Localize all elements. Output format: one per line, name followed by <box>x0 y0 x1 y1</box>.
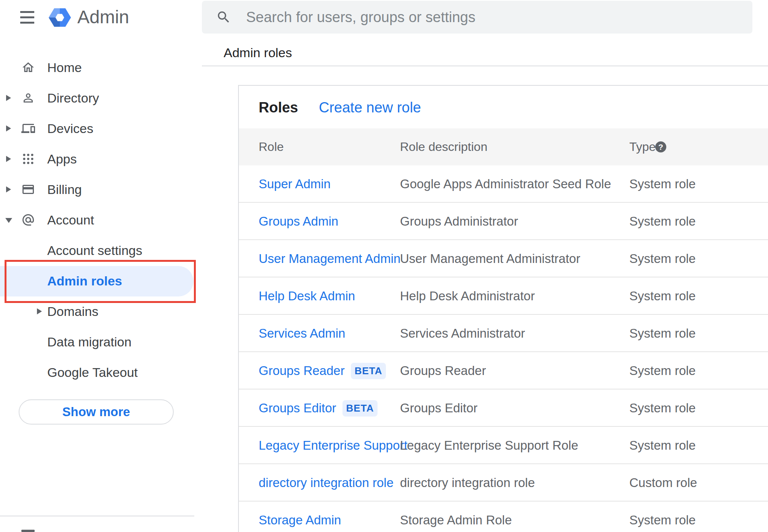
sidebar-item-label: Devices <box>47 113 93 144</box>
sidebar-item-home[interactable]: Home <box>0 52 202 83</box>
sidebar-item-google-takeout[interactable]: Google Takeout <box>0 357 202 388</box>
table-row: directory integration role directory int… <box>239 464 768 502</box>
expand-down-icon[interactable] <box>5 218 12 223</box>
sidebar-divider <box>0 516 194 516</box>
account-at-icon <box>21 213 35 227</box>
person-icon <box>21 91 35 105</box>
breadcrumb: Admin roles <box>224 44 292 61</box>
sidebar-item-label: Billing <box>47 174 82 205</box>
role-description: Storage Admin Role <box>400 502 512 532</box>
role-description: Groups Administrator <box>400 203 518 240</box>
admin-logo-icon <box>48 7 72 28</box>
billing-icon <box>21 183 35 196</box>
role-type: System role <box>629 502 696 532</box>
role-description: Groups Reader <box>400 352 486 389</box>
role-type: Custom role <box>629 464 697 502</box>
sidebar-item-devices[interactable]: Devices <box>0 113 202 144</box>
table-row: Help Desk Admin Help Desk Administrator … <box>239 277 768 315</box>
table-row: Groups Admin Groups Administrator System… <box>239 203 768 240</box>
sidebar-item-label: Apps <box>47 144 77 174</box>
create-new-role-link[interactable]: Create new role <box>319 98 421 117</box>
sidebar-item-label: Google Takeout <box>47 357 138 388</box>
roles-table: Super Admin Google Apps Administrator Se… <box>239 165 768 532</box>
help-icon[interactable]: ? <box>655 141 666 152</box>
expand-right-icon[interactable] <box>6 186 11 192</box>
role-description: Groups Editor <box>400 389 478 427</box>
search-bar[interactable] <box>202 1 752 34</box>
role-description: directory integration role <box>400 464 535 502</box>
menu-icon[interactable] <box>20 11 34 24</box>
table-row: Groups ReaderBETA Groups Reader System r… <box>239 352 768 389</box>
table-row: Super Admin Google Apps Administrator Se… <box>239 165 768 203</box>
sidebar-item-label: Account <box>47 205 94 235</box>
role-link[interactable]: Help Desk Admin <box>259 277 355 315</box>
roles-panel: Roles Create new role Role Role descript… <box>238 85 768 532</box>
sidebar-item-directory[interactable]: Directory <box>0 83 202 113</box>
table-header: Role Role description Type ? <box>239 128 768 165</box>
role-link[interactable]: Groups ReaderBETA <box>259 352 386 389</box>
beta-badge: BETA <box>351 363 386 379</box>
sidebar-item-data-migration[interactable]: Data migration <box>0 327 202 357</box>
role-description: User Management Administrator <box>400 240 580 277</box>
bottom-icon <box>21 530 35 532</box>
sidebar-item-label: Data migration <box>47 327 131 357</box>
beta-badge: BETA <box>342 400 378 417</box>
search-input[interactable] <box>246 1 741 34</box>
table-row: Groups EditorBETA Groups Editor System r… <box>239 389 768 427</box>
role-description: Help Desk Administrator <box>400 277 535 315</box>
role-link[interactable]: Super Admin <box>259 165 331 203</box>
show-more-button[interactable]: Show more <box>19 399 174 425</box>
column-header-description: Role description <box>400 128 487 165</box>
role-type: System role <box>629 203 696 240</box>
devices-icon <box>21 122 35 135</box>
role-type: System role <box>629 315 696 352</box>
table-row: User Management Admin User Management Ad… <box>239 240 768 277</box>
role-type: System role <box>629 240 696 277</box>
sidebar-item-billing[interactable]: Billing <box>0 174 202 205</box>
table-row: Services Admin Services Administrator Sy… <box>239 315 768 352</box>
role-link[interactable]: Groups EditorBETA <box>259 389 378 427</box>
role-link[interactable]: Services Admin <box>259 315 345 352</box>
table-row: Legacy Enterprise Support Legacy Enterpr… <box>239 427 768 464</box>
role-type: System role <box>629 352 696 389</box>
sidebar-item-apps[interactable]: Apps <box>0 144 202 174</box>
expand-right-icon[interactable] <box>6 156 11 162</box>
role-description: Google Apps Administrator Seed Role <box>400 165 611 203</box>
sidebar-item-label: Home <box>47 52 82 83</box>
header-divider <box>202 66 768 66</box>
sidebar-item-account[interactable]: Account <box>0 205 202 235</box>
role-link[interactable]: directory integration role <box>259 464 394 502</box>
table-row: Storage Admin Storage Admin Role System … <box>239 502 768 532</box>
annotation-highlight-box <box>5 260 196 303</box>
role-type: System role <box>629 389 696 427</box>
expand-right-icon[interactable] <box>37 308 42 314</box>
role-description: Services Administrator <box>400 315 525 352</box>
role-link[interactable]: Groups Admin <box>259 203 338 240</box>
sidebar: Admin Home Directory Devices Apps <box>0 0 202 532</box>
expand-right-icon[interactable] <box>6 95 11 101</box>
column-header-role: Role <box>259 128 284 165</box>
column-header-type: Type <box>629 128 656 165</box>
expand-right-icon[interactable] <box>6 125 11 131</box>
roles-title: Roles <box>259 98 298 117</box>
role-link[interactable]: User Management Admin <box>259 240 400 277</box>
role-type: System role <box>629 427 696 464</box>
role-type: System role <box>629 165 696 203</box>
sidebar-item-label: Directory <box>47 83 99 113</box>
role-description: Legacy Enterprise Support Role <box>400 427 578 464</box>
home-icon <box>21 61 35 74</box>
app-title: Admin <box>77 6 129 28</box>
role-type: System role <box>629 277 696 315</box>
search-icon <box>216 10 231 25</box>
role-link[interactable]: Storage Admin <box>259 502 341 532</box>
role-link[interactable]: Legacy Enterprise Support <box>259 427 408 464</box>
apps-grid-icon <box>21 152 35 166</box>
